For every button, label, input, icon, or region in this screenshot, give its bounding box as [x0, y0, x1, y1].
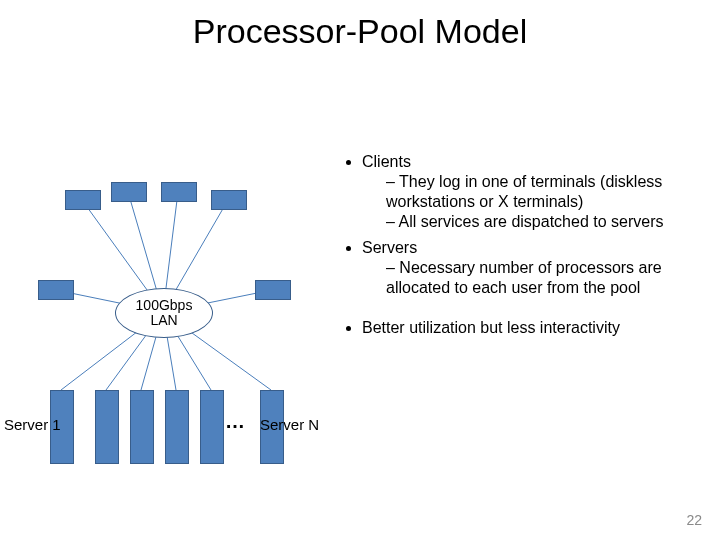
ellipsis: … — [225, 410, 247, 433]
hub-line2: LAN — [150, 312, 177, 328]
terminal-box — [211, 190, 247, 210]
page-number: 22 — [686, 512, 702, 528]
terminal-box — [111, 182, 147, 202]
body-bullets: Clients They log in one of terminals (di… — [340, 152, 710, 344]
server-box — [95, 390, 119, 464]
server-box — [200, 390, 224, 464]
bullet-servers-sub1: Necessary number of processors are alloc… — [386, 258, 710, 298]
hub-line1: 100Gbps — [136, 297, 193, 313]
bullet-clients: Clients — [362, 153, 411, 170]
server-box — [165, 390, 189, 464]
bullet-clients-sub1: They log in one of terminals (diskless w… — [386, 172, 710, 212]
terminal-box — [255, 280, 291, 300]
bullet-servers: Servers — [362, 239, 417, 256]
bullet-clients-sub2: All services are dispatched to servers — [386, 212, 710, 232]
server-first-label: Server 1 — [4, 416, 61, 433]
terminal-box — [161, 182, 197, 202]
lan-hub: 100Gbps LAN — [115, 288, 213, 338]
diagram: 100Gbps LAN Server 1 … Server N — [10, 160, 330, 490]
terminal-box — [38, 280, 74, 300]
terminal-box — [65, 190, 101, 210]
bullet-better: Better utilization but less interactivit… — [362, 318, 710, 338]
server-box — [130, 390, 154, 464]
server-last-label: Server N — [260, 416, 319, 433]
slide-title: Processor-Pool Model — [0, 12, 720, 51]
